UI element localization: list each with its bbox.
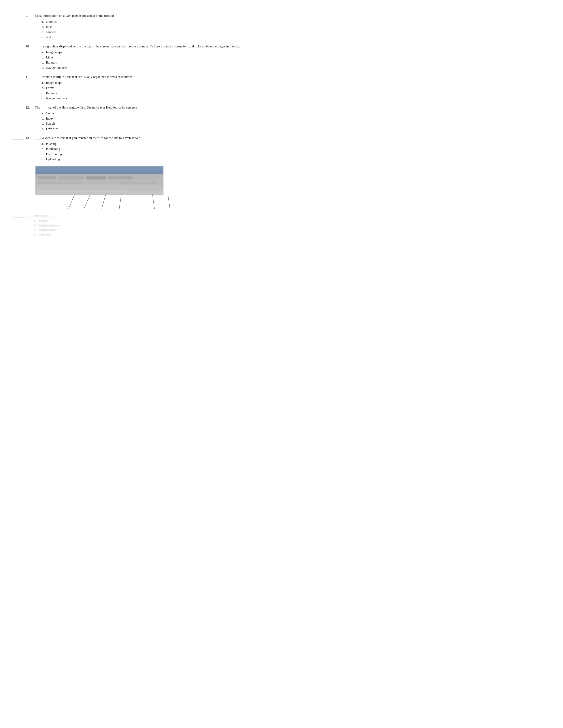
- answer-blank-9: [13, 13, 24, 17]
- svg-rect-3: [58, 176, 84, 179]
- question-11: 11. ____ contain multiple links that are…: [13, 74, 545, 101]
- list-item: c.Distributing: [41, 152, 545, 157]
- list-item: c.Coding toolbar: [34, 228, 60, 232]
- answer-blank-10: [13, 44, 24, 48]
- list-item: c.Banners: [41, 91, 545, 96]
- question-number-12: 12.: [26, 105, 34, 132]
- question-10: 10. ____ are graphics displayed across t…: [13, 44, 545, 71]
- question-14-blurred-options: a.Toolbars b.Property inspector c.Coding…: [27, 219, 60, 236]
- list-item: b.Index: [41, 116, 545, 121]
- question-10-options: a.Image maps b.Links c.Banners d.Navigat…: [35, 50, 545, 70]
- svg-rect-9: [119, 182, 157, 184]
- list-item: a.Toolbars: [34, 219, 60, 223]
- blurred-diagram-section: [35, 166, 545, 211]
- svg-rect-2: [38, 176, 55, 179]
- question-number-13: 13.: [26, 135, 34, 162]
- answer-blank-14-blurred: [13, 214, 24, 218]
- question-11-options: a.Image maps b.Forms c.Banners d.Navigat…: [35, 80, 545, 101]
- question-9: 9. Most information on a Web page is pre…: [13, 13, 545, 40]
- question-13-options: a.Pushing b.Publishing c.Distributing d.…: [35, 141, 545, 162]
- svg-line-12: [68, 194, 75, 209]
- list-item: c.Search: [41, 121, 545, 126]
- svg-line-17: [152, 194, 154, 209]
- list-item: a.Image maps: [41, 50, 545, 55]
- list-item: a.Content: [41, 111, 545, 116]
- question-13: 13. ____ a Web site means that you trans…: [13, 135, 545, 162]
- question-9-options: a.graphics b.links c.banners d.text: [35, 19, 545, 40]
- question-11-text: ____ contain multiple links that are usu…: [35, 74, 545, 79]
- list-item: a.graphics: [41, 19, 545, 24]
- list-item: c.Banners: [41, 60, 545, 65]
- svg-rect-5: [108, 176, 133, 179]
- question-9-text: Most information on a Web page is presen…: [35, 13, 545, 18]
- question-10-text: ____ are graphics displayed across the t…: [35, 44, 545, 49]
- svg-rect-4: [86, 176, 106, 179]
- blurred-screenshot: [35, 166, 163, 195]
- question-14-blurred-text: ____ refers to the ____: [27, 214, 60, 218]
- answer-blank-13: [13, 135, 24, 139]
- svg-rect-8: [84, 182, 117, 184]
- answer-blank-11: [13, 74, 24, 78]
- question-13-text: ____ a Web site means that you transfer …: [35, 135, 545, 141]
- question-14-blurred-block: ____ refers to the ____ a.Toolbars b.Pro…: [13, 214, 545, 237]
- list-item: b.Forms: [41, 85, 545, 90]
- list-item: a.Image maps: [41, 80, 545, 85]
- svg-line-13: [84, 194, 90, 209]
- list-item: d.Uploading: [41, 157, 545, 162]
- answer-blank-12: [13, 105, 24, 109]
- question-12: 12. The ____ tab of the Help window list…: [13, 105, 545, 132]
- question-number-10: 10.: [26, 44, 34, 71]
- list-item: d.text: [41, 35, 545, 40]
- diagram-lines: [57, 194, 185, 211]
- svg-rect-6: [135, 176, 152, 179]
- list-item: d.Navigation bars: [41, 96, 545, 101]
- question-13-content: ____ a Web site means that you transfer …: [35, 135, 545, 162]
- list-item: b.Property inspector: [34, 223, 60, 228]
- svg-rect-7: [38, 182, 82, 184]
- svg-line-18: [168, 194, 170, 209]
- list-item: b.Publishing: [41, 146, 545, 152]
- svg-rect-0: [36, 166, 163, 174]
- list-item: d.Navigation bars: [41, 65, 545, 70]
- list-item: d.Favorites: [41, 126, 545, 131]
- blurred-content-svg: [36, 166, 163, 195]
- list-item: a.Pushing: [41, 141, 545, 146]
- question-14-blurred: ____ refers to the ____ a.Toolbars b.Pro…: [27, 214, 60, 237]
- question-11-content: ____ contain multiple links that are usu…: [35, 74, 545, 101]
- question-12-options: a.Content b.Index c.Search d.Favorites: [35, 111, 545, 131]
- list-item: b.Links: [41, 55, 545, 60]
- question-12-content: The ____ tab of the Help window lists Dr…: [35, 105, 545, 132]
- svg-line-15: [119, 194, 121, 209]
- list-item: c.banners: [41, 30, 545, 35]
- svg-line-14: [102, 194, 106, 209]
- question-number-9: 9.: [26, 13, 34, 40]
- question-12-text: The ____ tab of the Help window lists Dr…: [35, 105, 545, 110]
- list-item: b.links: [41, 24, 545, 29]
- question-10-content: ____ are graphics displayed across the t…: [35, 44, 545, 71]
- svg-rect-10: [38, 186, 161, 188]
- question-number-11: 11.: [26, 74, 34, 101]
- question-9-content: Most information on a Web page is presen…: [35, 13, 545, 40]
- list-item: d.Code view: [34, 232, 60, 237]
- svg-rect-11: [38, 190, 126, 192]
